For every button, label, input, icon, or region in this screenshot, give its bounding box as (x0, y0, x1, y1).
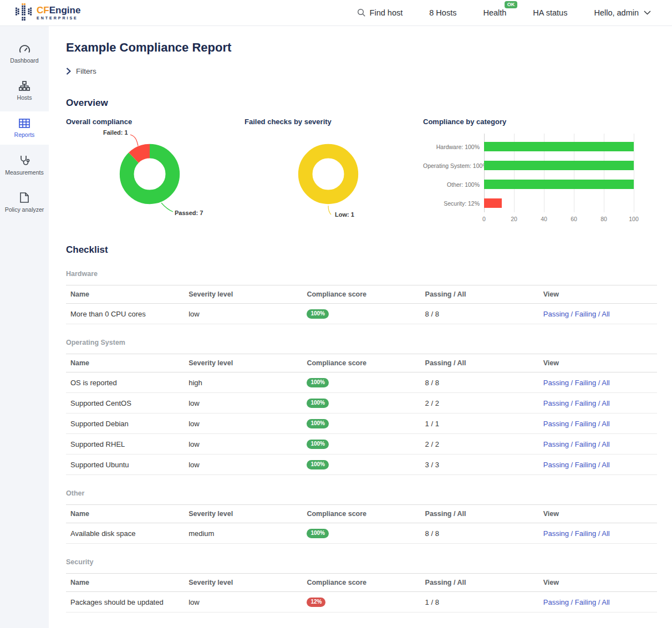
header-nav: Find host 8 Hosts Health OK HA status He… (357, 8, 651, 17)
section-title: Other (66, 489, 657, 497)
check-name: Supported CentOS (66, 393, 184, 413)
view-failing-link[interactable]: Failing (575, 399, 596, 407)
table-row: Supported Ubuntulow100%3 / 3Passing / Fa… (66, 455, 657, 475)
view-all-link[interactable]: All (602, 598, 609, 606)
check-name: Available disk space (66, 523, 184, 544)
logo-cf: CF (37, 5, 49, 16)
view-passing-link[interactable]: Passing (543, 461, 569, 469)
link-separator: / (596, 529, 602, 538)
ha-status-link[interactable]: HA status (533, 8, 567, 17)
passing-all: 2 / 2 (421, 393, 539, 413)
link-separator: / (569, 310, 575, 318)
table-row: Supported RHELlow100%2 / 2Passing / Fail… (66, 434, 657, 455)
sidebar: Dashboard Hosts Reports Measu (0, 26, 49, 628)
passing-all: 1 / 1 (421, 413, 539, 434)
view-failing-link[interactable]: Failing (575, 529, 596, 538)
sidebar-item-dashboard[interactable]: Dashboard (0, 37, 49, 70)
column-header: Compliance score (302, 354, 420, 372)
table-row: Supported Debianlow100%1 / 1Passing / Fa… (66, 413, 657, 434)
filters-toggle[interactable]: Filters (66, 67, 116, 75)
donut-chart-overall: Failed: 1 Passed: 7 (66, 127, 245, 227)
bar-category-label: Other: 100% (423, 181, 480, 188)
compliance-score-badge: 100% (307, 309, 329, 319)
find-host-search[interactable]: Find host (357, 8, 403, 17)
column-header: Compliance score (302, 285, 420, 304)
compliance-score-cell: 100% (302, 393, 420, 413)
column-header: Name (66, 285, 184, 304)
hosts-count-link[interactable]: 8 Hosts (429, 8, 456, 17)
view-all-link[interactable]: All (602, 379, 609, 387)
checklist-section: Other NameSeverity levelCompliance score… (66, 489, 657, 544)
cfengine-logo[interactable]: CFEngine ENTERPRISE (16, 3, 80, 22)
sidebar-item-measurements[interactable]: Measurements (0, 149, 49, 182)
view-passing-link[interactable]: Passing (543, 379, 569, 387)
view-passing-link[interactable]: Passing (543, 310, 569, 318)
compliance-score-cell: 100% (302, 523, 420, 544)
hosts-count-label: 8 Hosts (429, 8, 456, 17)
view-all-link[interactable]: All (602, 461, 609, 469)
health-ok-badge: OK (505, 1, 518, 8)
sidebar-item-hosts[interactable]: Hosts (0, 74, 49, 108)
sitemap-icon (19, 81, 30, 91)
column-header: Severity level (184, 505, 302, 523)
gauge-icon (19, 44, 30, 54)
chart-overall-compliance: Overall compliance Failed: 1 Passed: 7 (66, 118, 245, 232)
view-failing-link[interactable]: Failing (575, 310, 596, 318)
view-all-link[interactable]: All (602, 420, 609, 428)
column-header: Name (66, 574, 184, 592)
column-header: Compliance score (302, 574, 420, 592)
donut-chart-severity: Low: 1 (245, 127, 423, 227)
view-failing-link[interactable]: Failing (575, 598, 596, 606)
sidebar-item-label: Measurements (5, 169, 43, 176)
passing-all: 3 / 3 (421, 455, 539, 475)
compliance-score-badge: 100% (307, 399, 329, 408)
link-separator: / (569, 399, 575, 407)
health-link[interactable]: Health OK (483, 8, 506, 17)
passing-all: 2 / 2 (421, 434, 539, 455)
pie-label-passed: Passed: 7 (175, 210, 203, 216)
donut-segment-low (306, 151, 352, 197)
user-menu[interactable]: Hello, admin (594, 8, 651, 17)
compliance-score-badge: 100% (307, 419, 329, 428)
compliance-score-cell: 100% (302, 455, 420, 475)
compliance-score-cell: 100% (302, 304, 420, 324)
view-failing-link[interactable]: Failing (575, 461, 596, 469)
view-passing-link[interactable]: Passing (543, 440, 569, 448)
bar-category-label: Security: 12% (423, 200, 480, 207)
column-header: Severity level (184, 574, 302, 592)
view-all-link[interactable]: All (602, 399, 609, 407)
filters-label: Filters (76, 67, 96, 75)
severity-level: low (184, 413, 302, 434)
sidebar-item-label: Hosts (17, 94, 32, 101)
view-all-link[interactable]: All (602, 310, 609, 318)
compliance-score-cell: 100% (302, 434, 420, 455)
sidebar-item-label: Reports (14, 131, 35, 138)
table-header-row: NameSeverity levelCompliance scorePassin… (66, 505, 657, 523)
severity-level: low (184, 592, 302, 612)
view-failing-link[interactable]: Failing (575, 440, 596, 448)
column-header: Passing / All (421, 285, 539, 304)
document-icon (20, 192, 29, 203)
link-separator: / (569, 420, 575, 428)
severity-level: medium (184, 523, 302, 544)
view-passing-link[interactable]: Passing (543, 598, 569, 606)
view-passing-link[interactable]: Passing (543, 529, 569, 538)
logo-text: CFEngine ENTERPRISE (37, 6, 80, 20)
pie-label-low: Low: 1 (335, 211, 354, 218)
sidebar-item-policy-analyzer[interactable]: Policy analyzer (0, 186, 49, 219)
column-header: Name (66, 505, 184, 523)
compliance-score-cell: 100% (302, 372, 420, 393)
check-name: OS is reported (66, 372, 184, 393)
view-all-link[interactable]: All (602, 440, 609, 448)
view-failing-link[interactable]: Failing (575, 379, 596, 387)
link-separator: / (596, 399, 602, 407)
table-header-row: NameSeverity levelCompliance scorePassin… (66, 285, 657, 304)
main-content: Example Compliance Report Filters Overvi… (49, 26, 672, 628)
view-failing-link[interactable]: Failing (575, 420, 596, 428)
sidebar-item-reports[interactable]: Reports (0, 111, 49, 145)
view-passing-link[interactable]: Passing (543, 399, 569, 407)
table-header-row: NameSeverity levelCompliance scorePassin… (66, 574, 657, 592)
view-passing-link[interactable]: Passing (543, 420, 569, 428)
view-all-link[interactable]: All (602, 529, 609, 538)
donut-overall-compliance (118, 142, 181, 206)
